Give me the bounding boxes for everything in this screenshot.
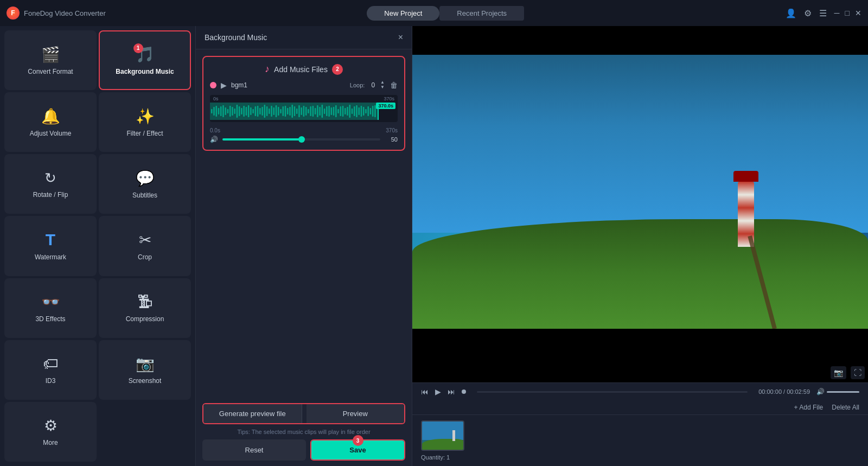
screenshot-overlay-button[interactable]: 📷 <box>831 366 846 379</box>
nav-new-project[interactable]: New Project <box>367 6 439 21</box>
track-play-button[interactable]: ▶ <box>221 81 227 90</box>
track-delete-button[interactable]: 🗑 <box>390 81 398 90</box>
svg-rect-71 <box>374 105 376 117</box>
user-icon[interactable]: 👤 <box>786 8 796 18</box>
loop-down-button[interactable]: ▼ <box>379 85 386 90</box>
svg-rect-62 <box>354 106 355 116</box>
svg-rect-63 <box>356 105 358 117</box>
sidebar-item-id3[interactable]: 🏷 ID3 <box>4 340 97 400</box>
sidebar-label-rotate-flip: Rotate / Flip <box>33 191 68 199</box>
sidebar-item-3d-effects[interactable]: 👓 3D Effects <box>4 278 97 338</box>
save-btn-wrapper: 3 Save <box>310 439 405 461</box>
preview-row: Generate preview file Preview <box>202 403 405 424</box>
svg-rect-15 <box>246 107 247 116</box>
sidebar-item-subtitles[interactable]: 💬 Subtitles <box>99 154 191 214</box>
app-logo: F <box>7 7 20 20</box>
volume-slider-thumb[interactable] <box>298 136 305 143</box>
loop-up-button[interactable]: ▲ <box>379 80 386 85</box>
sidebar-item-adjust-volume[interactable]: 🔔 Adjust Volume <box>4 92 97 152</box>
volume-slider-track[interactable] <box>222 138 380 141</box>
sidebar-item-compression[interactable]: 🗜 Compression <box>99 278 191 338</box>
svg-rect-47 <box>319 107 321 116</box>
sidebar-item-filter-effect[interactable]: ✨ Filter / Effect <box>99 92 191 152</box>
minimize-button[interactable]: ─ <box>834 9 840 17</box>
add-music-badge: 2 <box>332 64 343 75</box>
svg-rect-22 <box>261 107 263 116</box>
quantity-text: Quantity: 1 <box>421 454 859 461</box>
main-content: 🎬 Convert Format 1 🎵 Background Music 🔔 … <box>0 26 868 466</box>
svg-rect-28 <box>276 105 277 117</box>
waveform-time-left: 0.0s <box>210 127 220 133</box>
svg-rect-31 <box>282 106 284 116</box>
reset-button[interactable]: Reset <box>202 439 306 461</box>
preview-button[interactable]: Preview <box>307 404 405 423</box>
loop-controls: ▲ ▼ <box>379 80 386 90</box>
waveform-container[interactable]: 0s 370s <box>210 95 398 122</box>
record-button[interactable] <box>462 390 466 394</box>
background-music-panel: Background Music × ♪ Add Music Files 2 ▶ <box>195 26 412 466</box>
compression-icon: 🗜 <box>137 293 152 311</box>
svg-rect-25 <box>269 108 270 114</box>
thumbnail-image <box>421 420 464 451</box>
thumb-land <box>422 439 463 450</box>
subtitles-icon: 💬 <box>136 169 155 187</box>
svg-rect-35 <box>291 105 293 118</box>
sidebar-item-watermark[interactable]: T Watermark <box>4 216 97 276</box>
maximize-button[interactable]: □ <box>845 9 850 17</box>
svg-rect-16 <box>248 105 250 117</box>
more-icon: ⚙ <box>44 417 58 435</box>
sidebar-item-background-music[interactable]: 1 🎵 Background Music <box>99 30 191 90</box>
sidebar-item-rotate-flip[interactable]: ↻ Rotate / Flip <box>4 154 97 214</box>
sidebar-label-crop: Crop <box>138 253 152 261</box>
svg-rect-10 <box>234 108 235 114</box>
sidebar-label-adjust-volume: Adjust Volume <box>30 130 72 137</box>
add-music-files-button[interactable]: ♪ Add Music Files <box>265 63 328 75</box>
skip-forward-button[interactable]: ⏭ <box>448 387 455 396</box>
sidebar-item-crop[interactable]: ✂ Crop <box>99 216 191 276</box>
svg-rect-37 <box>296 108 298 114</box>
svg-rect-49 <box>324 108 326 114</box>
dialog-title: Background Music <box>205 33 267 42</box>
svg-rect-0 <box>211 109 213 113</box>
screenshot-icon: 📷 <box>136 355 155 373</box>
thumb-lighthouse <box>452 430 455 441</box>
add-music-label: Add Music Files <box>274 65 328 74</box>
land-area <box>412 219 868 329</box>
svg-rect-14 <box>243 106 245 117</box>
waveform-bars <box>210 103 378 120</box>
svg-rect-11 <box>237 105 238 118</box>
delete-all-button[interactable]: Delete All <box>832 404 859 411</box>
volume-control-bar[interactable] <box>827 391 859 393</box>
dialog-close-button[interactable]: × <box>398 33 403 42</box>
generate-preview-button[interactable]: Generate preview file <box>203 404 302 423</box>
add-file-button[interactable]: + Add File <box>794 404 824 411</box>
svg-rect-41 <box>305 107 307 116</box>
menu-icon[interactable]: ☰ <box>819 8 827 18</box>
volume-area: 0.0s 370s 🔊 50 <box>210 127 398 143</box>
sidebar-item-convert-format[interactable]: 🎬 Convert Format <box>4 30 97 90</box>
water-area <box>412 55 868 233</box>
time-progress[interactable] <box>477 391 748 393</box>
close-button[interactable]: ✕ <box>855 9 861 17</box>
waveform-time-right: 370s <box>386 127 398 133</box>
svg-rect-24 <box>266 106 268 116</box>
skip-back-button[interactable]: ⏮ <box>421 387 429 396</box>
svg-rect-48 <box>322 105 323 118</box>
video-image <box>412 26 868 382</box>
svg-rect-53 <box>333 107 335 116</box>
sidebar-label-3d-effects: 3D Effects <box>35 315 65 323</box>
sidebar-item-screenshot[interactable]: 📷 Screenshot <box>99 340 191 400</box>
thumbnail-item[interactable] <box>421 420 859 451</box>
loop-label: Loop: <box>350 82 365 88</box>
settings-icon[interactable]: ⚙ <box>804 8 812 18</box>
nav-recent-projects[interactable]: Recent Projects <box>439 6 524 21</box>
svg-rect-18 <box>252 109 254 113</box>
svg-rect-30 <box>280 109 282 113</box>
sidebar-label-compression: Compression <box>126 315 164 323</box>
rotate-flip-icon: ↻ <box>44 170 56 187</box>
svg-rect-2 <box>215 106 217 117</box>
play-button[interactable]: ▶ <box>435 387 441 396</box>
sidebar-item-more[interactable]: ⚙ More <box>4 402 97 462</box>
svg-rect-44 <box>312 106 314 117</box>
fullscreen-overlay-button[interactable]: ⛶ <box>851 366 865 379</box>
